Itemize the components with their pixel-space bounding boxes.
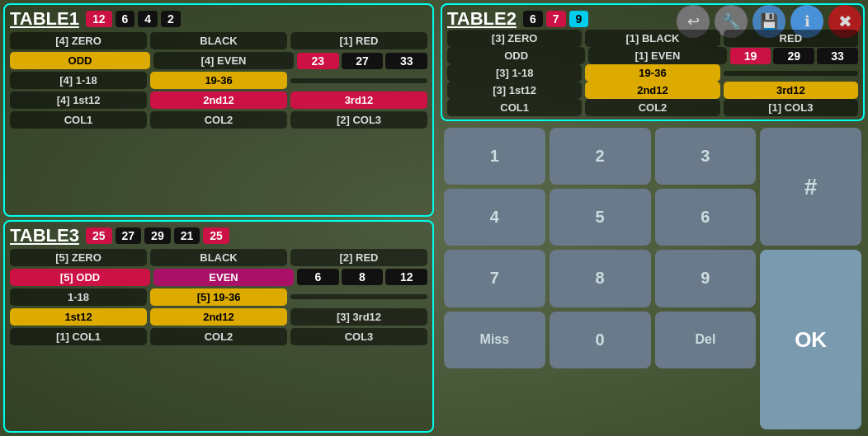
table2-n33: 33 — [817, 48, 858, 64]
table3-even: EVEN — [153, 269, 294, 286]
key-0[interactable]: 0 — [550, 312, 651, 368]
table2-1st12: [3] 1st12 — [447, 82, 582, 99]
table2-header: TABLE2 6 7 9 — [447, 8, 858, 30]
table2-row5: COL1 COL2 [1] COL3 — [447, 99, 858, 116]
table1-black: BLACK — [150, 32, 287, 49]
table1-1936: 19-36 — [150, 72, 287, 89]
table2-placeholder — [724, 71, 858, 76]
table1-row1: [4] ZERO BLACK [1] RED — [10, 32, 427, 49]
table3-header: TABLE3 25 27 29 21 25 — [10, 225, 427, 246]
table3-n6: 6 — [297, 269, 339, 285]
keypad-panel: 1 2 3 # 4 5 6 7 8 9 OK Miss 0 Del — [441, 124, 865, 433]
key-4[interactable]: 4 — [444, 189, 545, 246]
table2-3rd12: 3rd12 — [724, 82, 858, 99]
table2-row2: ODD [1] EVEN 19 29 33 — [447, 47, 858, 64]
table1-num3: 4 — [138, 11, 158, 27]
left-tables-area: TABLE1 12 6 4 2 [4] ZERO BLACK [1] RED O… — [0, 0, 437, 436]
table3-panel: TABLE3 25 27 29 21 25 [5] ZERO BLACK [2]… — [3, 220, 434, 434]
table2-n29: 29 — [773, 48, 814, 64]
table1-n33: 33 — [385, 53, 427, 69]
table3-col3: COL3 — [290, 328, 427, 345]
table2-col2: COL2 — [585, 99, 719, 116]
table3-1st12: 1st12 — [10, 308, 147, 326]
table2-col1: COL1 — [447, 99, 582, 116]
table2-1936: 19-36 — [585, 64, 719, 82]
table2-row4: [3] 1st12 2nd12 3rd12 — [447, 82, 858, 99]
table3-row3: 1-18 [5] 19-36 — [10, 288, 427, 306]
table1-zero: [4] ZERO — [10, 32, 147, 49]
table3-row2: [5] ODD EVEN 6 8 12 — [10, 269, 427, 286]
table1-even: [4] EVEN — [153, 52, 294, 69]
table1-118: [4] 1-18 — [10, 72, 147, 89]
table3-row1: [5] ZERO BLACK [2] RED — [10, 249, 427, 266]
table2-2nd12: 2nd12 — [585, 82, 719, 99]
table2-panel: TABLE2 6 7 9 [3] ZERO [1] BLACK RED ODD … — [441, 3, 865, 121]
table2-row1: [3] ZERO [1] BLACK RED — [447, 30, 858, 47]
table3-num5: 25 — [203, 227, 229, 244]
table3-num4: 21 — [174, 227, 200, 244]
table1-num2: 6 — [116, 11, 135, 27]
table3-3rd12: [3] 3rd12 — [290, 308, 427, 326]
right-area: TABLE2 6 7 9 [3] ZERO [1] BLACK RED ODD … — [437, 0, 868, 436]
table3-118: 1-18 — [10, 288, 147, 306]
table1-num1: 12 — [86, 11, 112, 27]
key-3[interactable]: 3 — [655, 128, 757, 185]
table1-col2: COL2 — [150, 111, 287, 129]
table3-placeholder — [290, 294, 427, 299]
table2-row3: [3] 1-18 19-36 — [447, 64, 858, 82]
table1-panel: TABLE1 12 6 4 2 [4] ZERO BLACK [1] RED O… — [3, 3, 434, 217]
table3-col1: [1] COL1 — [10, 328, 147, 345]
table2-num2: 7 — [546, 11, 566, 27]
table3-col2: COL2 — [150, 328, 287, 345]
table3-red: [2] RED — [290, 249, 427, 266]
table2-black: [1] BLACK — [585, 30, 719, 47]
table3-2nd12: 2nd12 — [150, 308, 287, 326]
key-hash[interactable]: # — [760, 128, 861, 246]
table1-header: TABLE1 12 6 4 2 — [10, 8, 427, 30]
table2-zero: [3] ZERO — [447, 30, 582, 47]
table2-red: RED — [724, 30, 858, 47]
table3-num2: 27 — [116, 227, 142, 244]
table2-118: [3] 1-18 — [447, 64, 582, 82]
table3-row4: 1st12 2nd12 [3] 3rd12 — [10, 308, 427, 326]
key-miss[interactable]: Miss — [444, 312, 545, 368]
table1-n27: 27 — [342, 53, 384, 69]
table3-num1: 25 — [86, 227, 112, 244]
key-7[interactable]: 7 — [444, 250, 545, 307]
table3-zero: [5] ZERO — [10, 249, 147, 266]
table1-odd: ODD — [10, 52, 150, 69]
table1-placeholder — [290, 78, 427, 83]
table2-even: [1] EVEN — [588, 47, 726, 64]
key-del[interactable]: Del — [655, 312, 757, 368]
table2-title: TABLE2 — [447, 8, 517, 30]
table1-row3: [4] 1-18 19-36 — [10, 72, 427, 89]
table2-num1: 6 — [523, 11, 543, 27]
table1-1st12: [4] 1st12 — [10, 91, 147, 109]
table1-row2: ODD [4] EVEN 23 27 33 — [10, 52, 427, 69]
table1-col1: COL1 — [10, 111, 147, 129]
table1-red: [1] RED — [290, 32, 427, 49]
table2-col3: [1] COL3 — [724, 99, 858, 116]
key-ok[interactable]: OK — [760, 250, 861, 429]
key-2[interactable]: 2 — [550, 128, 651, 185]
key-6[interactable]: 6 — [655, 189, 757, 246]
table2-num3: 9 — [569, 11, 589, 27]
table3-1936: [5] 19-36 — [150, 288, 287, 306]
table1-row5: COL1 COL2 [2] COL3 — [10, 111, 427, 129]
table3-n12: 12 — [385, 269, 427, 285]
key-8[interactable]: 8 — [550, 250, 651, 307]
table2-odd: ODD — [447, 47, 585, 64]
table3-title: TABLE3 — [10, 225, 79, 246]
table3-row5: [1] COL1 COL2 COL3 — [10, 328, 427, 345]
table3-black: BLACK — [150, 249, 287, 266]
table1-col3: [2] COL3 — [290, 111, 427, 129]
table2-n19: 19 — [730, 48, 771, 64]
key-1[interactable]: 1 — [444, 128, 545, 185]
key-9[interactable]: 9 — [655, 250, 757, 307]
table1-num4: 2 — [161, 11, 181, 27]
table1-row4: [4] 1st12 2nd12 3rd12 — [10, 91, 427, 109]
table1-3rd12: 3rd12 — [290, 91, 427, 109]
table3-num3: 29 — [144, 227, 171, 244]
table1-2nd12: 2nd12 — [150, 91, 287, 109]
key-5[interactable]: 5 — [550, 189, 651, 246]
